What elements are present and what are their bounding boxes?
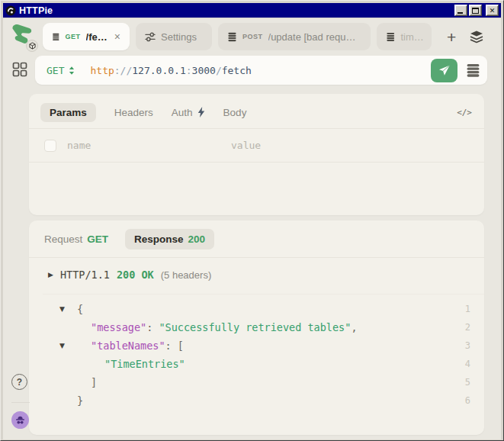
code-line: "message": "Successfully retrieved table… bbox=[29, 318, 484, 336]
line-number: 5 bbox=[465, 377, 484, 388]
new-tab-button[interactable]: + bbox=[447, 29, 456, 45]
line-number: 2 bbox=[465, 322, 484, 333]
grid-view-button[interactable] bbox=[12, 62, 27, 79]
url-host: 127.0.0.1 bbox=[132, 65, 185, 76]
window-title: HTTPie bbox=[19, 5, 53, 16]
minimize-button[interactable] bbox=[454, 5, 467, 16]
collapse-arrow-icon[interactable]: ▶ bbox=[48, 271, 53, 278]
chevron-up-down-icon bbox=[69, 66, 75, 76]
response-viewer-tabs: Request GET Response 200 bbox=[44, 227, 472, 250]
code-line: }6 bbox=[29, 391, 484, 410]
user-avatar[interactable] bbox=[11, 411, 29, 429]
tab-auth-label: Auth bbox=[172, 107, 193, 118]
cube-icon bbox=[29, 42, 36, 50]
window-controls: ✕ bbox=[454, 5, 499, 16]
paper-plane-icon bbox=[438, 64, 451, 77]
code-text: ] bbox=[77, 376, 97, 388]
environment-badge[interactable] bbox=[26, 40, 38, 52]
tab-response-status: 200 bbox=[188, 233, 206, 245]
headers-count-label: (5 headers) bbox=[161, 269, 211, 281]
tab-auth[interactable]: Auth bbox=[172, 107, 205, 118]
url-separator: :// bbox=[114, 65, 132, 76]
help-button[interactable]: ? bbox=[11, 374, 27, 390]
maximize-icon bbox=[472, 8, 479, 14]
line-number: 1 bbox=[465, 304, 484, 314]
param-checkbox[interactable] bbox=[44, 140, 56, 152]
app-window: HTTPie ✕ GET /fetch × bbox=[0, 0, 504, 441]
line-number: 6 bbox=[465, 395, 484, 406]
tab-headers[interactable]: Headers bbox=[114, 107, 153, 118]
status-code-label: 200 OK bbox=[117, 269, 154, 281]
tab-stack-button[interactable] bbox=[469, 30, 484, 43]
tab-get-fetch[interactable]: GET /fetch × bbox=[43, 23, 130, 50]
protocol-label: HTTP/1.1 bbox=[60, 269, 110, 281]
tab-time[interactable]: time_ bbox=[377, 23, 432, 50]
url-input[interactable]: http://127.0.0.1:3000/fetch bbox=[90, 65, 251, 76]
settings-sliders-icon bbox=[145, 32, 156, 42]
response-meta-button[interactable] bbox=[466, 63, 480, 78]
httpie-window-icon bbox=[5, 5, 16, 16]
code-line: ▼{1 bbox=[29, 300, 484, 318]
sidebar-divider bbox=[11, 402, 30, 403]
param-name-input[interactable]: name bbox=[67, 140, 231, 151]
layers-icon bbox=[469, 30, 484, 43]
title-bar[interactable]: HTTPie ✕ bbox=[3, 3, 501, 18]
code-line: "TimeEntries"4 bbox=[29, 355, 484, 373]
tab-response-label: Response bbox=[134, 233, 184, 245]
tab-label: /update [bad requ… bbox=[268, 31, 356, 43]
tab-close-icon[interactable]: × bbox=[113, 31, 122, 42]
tab-params[interactable]: Params bbox=[40, 103, 96, 122]
tab-settings[interactable]: Settings bbox=[136, 23, 212, 50]
tab-request-label: Request bbox=[44, 233, 82, 245]
tab-body[interactable]: Body bbox=[223, 107, 247, 118]
httpie-logo[interactable] bbox=[8, 21, 37, 50]
close-icon: ✕ bbox=[490, 7, 496, 14]
tab-label: /fetch bbox=[86, 31, 108, 43]
code-line: ]5 bbox=[29, 373, 484, 391]
minimize-icon bbox=[457, 12, 463, 14]
request-collection-icon bbox=[386, 32, 395, 42]
tab-label: Settings bbox=[161, 31, 197, 43]
fold-arrow-icon[interactable]: ▼ bbox=[59, 342, 77, 349]
code-text: } bbox=[77, 394, 83, 407]
tab-response[interactable]: Response 200 bbox=[125, 229, 214, 249]
app-content: GET /fetch × Settings POST /update [bad … bbox=[3, 18, 501, 439]
code-view-toggle[interactable]: </> bbox=[457, 108, 472, 117]
url-path: fetch bbox=[222, 65, 252, 76]
response-body-lines: ▼{1"message": "Successfully retrieved ta… bbox=[29, 300, 484, 430]
line-number: 4 bbox=[465, 359, 484, 369]
url-row: GET http://127.0.0.1:3000/fetch bbox=[35, 56, 487, 85]
param-row: name value bbox=[29, 129, 484, 163]
request-collection-icon bbox=[227, 32, 237, 42]
fold-arrow-icon[interactable]: ▼ bbox=[59, 305, 77, 313]
tab-label: time_ bbox=[400, 31, 424, 43]
request-collection-icon bbox=[52, 32, 60, 42]
tab-request[interactable]: Request GET bbox=[44, 233, 108, 245]
close-button[interactable]: ✕ bbox=[486, 5, 499, 16]
tab-method: GET bbox=[66, 33, 81, 40]
code-text: "message": "Successfully retrieved table… bbox=[77, 321, 358, 333]
code-line: ▼"tableNames": [3 bbox=[29, 336, 484, 355]
response-status-line: ▶ HTTP/1.1 200 OK (5 headers) bbox=[48, 265, 211, 285]
tab-method: POST bbox=[242, 33, 263, 40]
divider bbox=[29, 257, 484, 258]
tab-bar: GET /fetch × Settings POST /update [bad … bbox=[43, 22, 484, 51]
tab-request-method: GET bbox=[87, 233, 108, 245]
maximize-button[interactable] bbox=[469, 5, 482, 16]
database-icon bbox=[466, 63, 480, 78]
response-viewer-panel: Request GET Response 200 ▶ HTTP/1.1 200 … bbox=[29, 220, 484, 435]
grid-icon bbox=[12, 62, 27, 77]
url-port: 3000 bbox=[192, 65, 216, 76]
lightning-bolt-icon bbox=[197, 107, 205, 117]
send-button[interactable] bbox=[431, 59, 457, 82]
request-editor-panel: Params Headers Auth Body </> name value bbox=[29, 94, 484, 215]
url-scheme: http bbox=[90, 65, 114, 76]
request-editor-tabs: Params Headers Auth Body </> bbox=[40, 101, 472, 124]
method-label: GET bbox=[47, 65, 64, 76]
tab-post-update[interactable]: POST /update [bad requ… bbox=[218, 23, 371, 50]
code-text: "TimeEntries" bbox=[77, 358, 185, 370]
method-dropdown[interactable]: GET bbox=[47, 65, 75, 76]
url-slash: / bbox=[216, 65, 222, 76]
url-box: GET http://127.0.0.1:3000/fetch bbox=[35, 56, 487, 85]
param-value-input[interactable]: value bbox=[231, 140, 261, 151]
